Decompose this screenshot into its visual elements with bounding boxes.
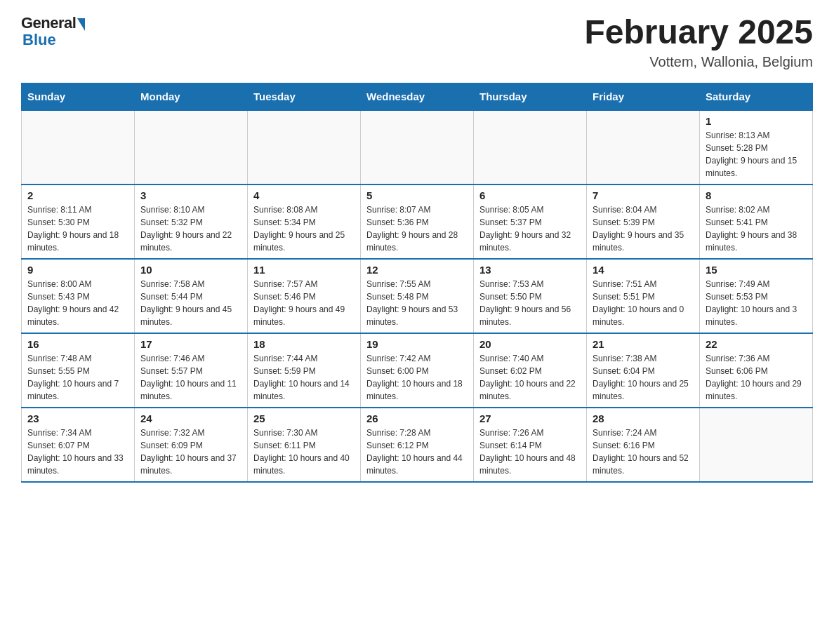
day-number: 16 — [27, 338, 128, 350]
day-info: Sunrise: 7:51 AMSunset: 5:51 PMDaylight:… — [593, 278, 694, 328]
day-number: 6 — [479, 189, 581, 201]
calendar-cell: 1Sunrise: 8:13 AMSunset: 5:28 PMDaylight… — [700, 110, 813, 185]
calendar-cell — [135, 110, 248, 185]
week-row-4: 16Sunrise: 7:48 AMSunset: 5:55 PMDayligh… — [22, 333, 813, 408]
day-number: 1 — [706, 115, 807, 127]
day-info: Sunrise: 8:05 AMSunset: 5:37 PMDaylight:… — [479, 203, 581, 254]
week-row-5: 23Sunrise: 7:34 AMSunset: 6:07 PMDayligh… — [22, 408, 813, 482]
weekday-header-monday: Monday — [135, 83, 248, 110]
day-info: Sunrise: 7:24 AMSunset: 6:16 PMDaylight:… — [593, 427, 694, 477]
day-number: 5 — [366, 189, 468, 201]
day-info: Sunrise: 7:30 AMSunset: 6:11 PMDaylight:… — [253, 427, 355, 477]
day-number: 24 — [140, 412, 241, 424]
day-info: Sunrise: 7:57 AMSunset: 5:46 PMDaylight:… — [253, 278, 355, 328]
calendar-table: SundayMondayTuesdayWednesdayThursdayFrid… — [21, 83, 813, 483]
calendar-cell: 9Sunrise: 8:00 AMSunset: 5:43 PMDaylight… — [22, 259, 135, 333]
day-number: 12 — [366, 264, 468, 276]
weekday-header-friday: Friday — [587, 83, 700, 110]
day-number: 4 — [253, 189, 355, 201]
day-number: 19 — [366, 338, 468, 350]
day-number: 25 — [253, 412, 355, 424]
calendar-cell — [248, 110, 361, 185]
title-area: February 2025 Vottem, Wallonia, Belgium — [584, 14, 813, 70]
weekday-header-tuesday: Tuesday — [248, 83, 361, 110]
calendar-cell: 16Sunrise: 7:48 AMSunset: 5:55 PMDayligh… — [22, 333, 135, 408]
day-info: Sunrise: 7:58 AMSunset: 5:44 PMDaylight:… — [140, 278, 241, 328]
day-number: 26 — [366, 412, 468, 424]
day-info: Sunrise: 7:53 AMSunset: 5:50 PMDaylight:… — [479, 278, 581, 328]
day-number: 3 — [140, 189, 241, 201]
calendar-cell — [587, 110, 700, 185]
day-info: Sunrise: 8:13 AMSunset: 5:28 PMDaylight:… — [706, 129, 807, 180]
calendar-cell: 15Sunrise: 7:49 AMSunset: 5:53 PMDayligh… — [700, 259, 813, 333]
calendar-cell: 10Sunrise: 7:58 AMSunset: 5:44 PMDayligh… — [135, 259, 248, 333]
day-number: 18 — [253, 338, 355, 350]
day-info: Sunrise: 7:38 AMSunset: 6:04 PMDaylight:… — [593, 352, 694, 403]
calendar-cell: 3Sunrise: 8:10 AMSunset: 5:32 PMDaylight… — [135, 185, 248, 259]
day-info: Sunrise: 7:49 AMSunset: 5:53 PMDaylight:… — [706, 278, 807, 328]
day-info: Sunrise: 8:10 AMSunset: 5:32 PMDaylight:… — [140, 203, 241, 254]
day-number: 22 — [706, 338, 807, 350]
day-info: Sunrise: 8:07 AMSunset: 5:36 PMDaylight:… — [366, 203, 468, 254]
calendar-cell — [700, 408, 813, 482]
logo-arrow-icon — [77, 18, 85, 31]
weekday-header-row: SundayMondayTuesdayWednesdayThursdayFrid… — [22, 83, 813, 110]
calendar-cell: 13Sunrise: 7:53 AMSunset: 5:50 PMDayligh… — [474, 259, 587, 333]
day-number: 10 — [140, 264, 241, 276]
weekday-header-saturday: Saturday — [700, 83, 813, 110]
calendar-cell: 17Sunrise: 7:46 AMSunset: 5:57 PMDayligh… — [135, 333, 248, 408]
day-info: Sunrise: 7:36 AMSunset: 6:06 PMDaylight:… — [706, 352, 807, 403]
day-info: Sunrise: 8:04 AMSunset: 5:39 PMDaylight:… — [593, 203, 694, 254]
day-number: 14 — [593, 264, 694, 276]
day-number: 17 — [140, 338, 241, 350]
logo-blue-text: Blue — [22, 31, 56, 49]
day-info: Sunrise: 8:02 AMSunset: 5:41 PMDaylight:… — [706, 203, 807, 254]
calendar-cell: 19Sunrise: 7:42 AMSunset: 6:00 PMDayligh… — [361, 333, 474, 408]
day-number: 27 — [479, 412, 581, 424]
day-number: 7 — [593, 189, 694, 201]
calendar-cell — [474, 110, 587, 185]
calendar-cell: 18Sunrise: 7:44 AMSunset: 5:59 PMDayligh… — [248, 333, 361, 408]
calendar-cell: 4Sunrise: 8:08 AMSunset: 5:34 PMDaylight… — [248, 185, 361, 259]
calendar-cell: 27Sunrise: 7:26 AMSunset: 6:14 PMDayligh… — [474, 408, 587, 482]
month-title: February 2025 — [584, 14, 813, 51]
day-number: 15 — [706, 264, 807, 276]
day-info: Sunrise: 7:26 AMSunset: 6:14 PMDaylight:… — [479, 427, 581, 477]
calendar-cell: 24Sunrise: 7:32 AMSunset: 6:09 PMDayligh… — [135, 408, 248, 482]
calendar-cell — [22, 110, 135, 185]
calendar-cell: 20Sunrise: 7:40 AMSunset: 6:02 PMDayligh… — [474, 333, 587, 408]
calendar-cell: 22Sunrise: 7:36 AMSunset: 6:06 PMDayligh… — [700, 333, 813, 408]
calendar-cell: 12Sunrise: 7:55 AMSunset: 5:48 PMDayligh… — [361, 259, 474, 333]
calendar-cell: 14Sunrise: 7:51 AMSunset: 5:51 PMDayligh… — [587, 259, 700, 333]
day-info: Sunrise: 8:08 AMSunset: 5:34 PMDaylight:… — [253, 203, 355, 254]
day-info: Sunrise: 7:55 AMSunset: 5:48 PMDaylight:… — [366, 278, 468, 328]
week-row-3: 9Sunrise: 8:00 AMSunset: 5:43 PMDaylight… — [22, 259, 813, 333]
day-number: 11 — [253, 264, 355, 276]
location: Vottem, Wallonia, Belgium — [584, 54, 813, 70]
calendar-cell: 21Sunrise: 7:38 AMSunset: 6:04 PMDayligh… — [587, 333, 700, 408]
calendar-cell: 8Sunrise: 8:02 AMSunset: 5:41 PMDaylight… — [700, 185, 813, 259]
day-number: 8 — [706, 189, 807, 201]
day-info: Sunrise: 7:34 AMSunset: 6:07 PMDaylight:… — [27, 427, 128, 477]
page-header: General Blue February 2025 Vottem, Wallo… — [21, 14, 813, 70]
week-row-1: 1Sunrise: 8:13 AMSunset: 5:28 PMDaylight… — [22, 110, 813, 185]
logo-general-text: General — [21, 14, 76, 32]
day-number: 28 — [593, 412, 694, 424]
calendar-cell: 23Sunrise: 7:34 AMSunset: 6:07 PMDayligh… — [22, 408, 135, 482]
day-info: Sunrise: 7:42 AMSunset: 6:00 PMDaylight:… — [366, 352, 468, 403]
day-info: Sunrise: 7:46 AMSunset: 5:57 PMDaylight:… — [140, 352, 241, 403]
day-number: 2 — [27, 189, 128, 201]
weekday-header-wednesday: Wednesday — [361, 83, 474, 110]
weekday-header-thursday: Thursday — [474, 83, 587, 110]
calendar-cell: 6Sunrise: 8:05 AMSunset: 5:37 PMDaylight… — [474, 185, 587, 259]
day-info: Sunrise: 7:48 AMSunset: 5:55 PMDaylight:… — [27, 352, 128, 403]
calendar-cell: 5Sunrise: 8:07 AMSunset: 5:36 PMDaylight… — [361, 185, 474, 259]
day-info: Sunrise: 7:40 AMSunset: 6:02 PMDaylight:… — [479, 352, 581, 403]
day-info: Sunrise: 8:00 AMSunset: 5:43 PMDaylight:… — [27, 278, 128, 328]
day-info: Sunrise: 8:11 AMSunset: 5:30 PMDaylight:… — [27, 203, 128, 254]
day-number: 13 — [479, 264, 581, 276]
week-row-2: 2Sunrise: 8:11 AMSunset: 5:30 PMDaylight… — [22, 185, 813, 259]
day-info: Sunrise: 7:44 AMSunset: 5:59 PMDaylight:… — [253, 352, 355, 403]
day-info: Sunrise: 7:28 AMSunset: 6:12 PMDaylight:… — [366, 427, 468, 477]
calendar-cell: 2Sunrise: 8:11 AMSunset: 5:30 PMDaylight… — [22, 185, 135, 259]
